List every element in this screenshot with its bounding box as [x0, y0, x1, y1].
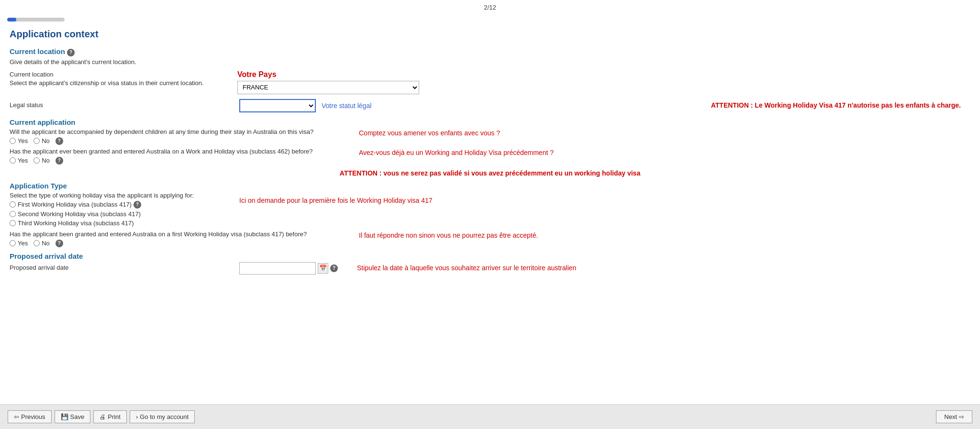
q3-yes-label[interactable]: Yes — [10, 240, 28, 247]
arrival-annotation: Stipulez la date à laquelle vous souhait… — [357, 264, 576, 272]
q1-row: Will the applicant be accompanied by dep… — [10, 128, 970, 145]
app-type-radio-second[interactable] — [10, 211, 16, 217]
arrival-help-icon[interactable]: ? — [330, 264, 338, 272]
app-type-description: Select the type of working holiday visa … — [10, 192, 230, 199]
q1-no-radio[interactable] — [33, 138, 40, 144]
q1-text: Will the applicant be accompanied by dep… — [10, 128, 349, 135]
arrival-date-label: Proposed arrival date — [10, 264, 69, 271]
save-button[interactable]: 💾 Save — [55, 410, 91, 423]
toolbar-left: ⇦ Previous 💾 Save 🖨 Print › Go to my acc… — [8, 410, 195, 423]
q1-no-label[interactable]: No — [33, 137, 50, 144]
app-type-options: First Working Holiday visa (subclass 417… — [10, 201, 230, 227]
app-type-option-3[interactable]: Third Working Holiday visa (subclass 417… — [10, 220, 230, 227]
progress-bar-fill — [7, 18, 16, 22]
current-location-description: Give details of the applicant's current … — [10, 58, 970, 66]
attention-banner: ATTENTION : vous ne serez pas validé si … — [10, 169, 970, 177]
q2-help-icon[interactable]: ? — [56, 157, 63, 165]
section-title-arrival: Proposed arrival date — [10, 252, 970, 260]
q3-row: Has the applicant been granted and enter… — [10, 231, 970, 247]
go-to-account-label: Go to my account — [140, 413, 189, 420]
votre-pays-annotation: Votre Pays — [237, 70, 419, 79]
legal-warning: ATTENTION : Le Working Holiday Visa 417 … — [711, 101, 961, 109]
next-button[interactable]: Next ⇨ — [936, 410, 972, 423]
go-to-account-button[interactable]: › Go to my account — [130, 410, 195, 423]
q3-annotation: Il faut répondre non sinon vous ne pourr… — [359, 231, 538, 239]
app-type-radio-third[interactable] — [10, 220, 16, 226]
next-label: Next — [944, 413, 957, 420]
q1-yes-label[interactable]: Yes — [10, 137, 28, 144]
previous-button[interactable]: ⇦ Previous — [8, 410, 52, 423]
q3-help-icon[interactable]: ? — [56, 240, 63, 247]
calendar-icon[interactable]: 📅 — [318, 263, 328, 274]
app-type-annotation: Ici on demande pour la première fois le … — [239, 192, 970, 204]
page-counter: 2/12 — [484, 4, 496, 11]
q2-annotation: Avez-vous déjà eu un Working and Holiday… — [359, 149, 554, 156]
current-location-help-icon[interactable]: ? — [67, 49, 75, 56]
country-row: Current location Select the applicant's … — [10, 70, 970, 94]
legal-status-annotation: Votre statut légal — [322, 102, 371, 110]
country-label: Current location — [10, 70, 230, 79]
q1-radio-group: Yes No ? — [10, 137, 349, 145]
q3-no-radio[interactable] — [33, 240, 40, 246]
legal-status-row: Legal status Votre statut légal ATTENTIO… — [10, 99, 970, 112]
legal-status-select[interactable] — [239, 99, 316, 112]
q3-text: Has the applicant been granted and enter… — [10, 231, 349, 238]
q3-no-label[interactable]: No — [33, 240, 50, 247]
print-icon: 🖨 — [100, 413, 106, 420]
bottom-toolbar: ⇦ Previous 💾 Save 🖨 Print › Go to my acc… — [0, 404, 980, 429]
legal-status-label: Legal status — [10, 101, 43, 109]
progress-bar-track — [7, 18, 65, 22]
q2-yes-label[interactable]: Yes — [10, 157, 28, 164]
print-label: Print — [108, 413, 121, 420]
app-type-option-2[interactable]: Second Working Holiday visa (subclass 41… — [10, 210, 230, 218]
section-title-app-type: Application Type — [10, 182, 970, 190]
q1-help-icon[interactable]: ? — [56, 137, 63, 145]
q1-annotation: Comptez vous amener vos enfants avec vou… — [359, 129, 500, 137]
app-type-radio-first[interactable] — [10, 201, 16, 208]
section-title-current-application: Current application — [10, 118, 970, 126]
q2-yes-radio[interactable] — [10, 157, 16, 164]
arrival-date-row: Proposed arrival date 📅 ? Stipulez la da… — [10, 262, 970, 275]
q2-radio-group: Yes No ? — [10, 157, 349, 165]
section-title-current-location: Current location ? — [10, 47, 970, 56]
q2-no-label[interactable]: No — [33, 157, 50, 164]
q2-text: Has the applicant ever been granted and … — [10, 148, 349, 155]
save-label: Save — [70, 413, 85, 420]
country-select[interactable]: FRANCE AUSTRALIA UNITED KINGDOM GERMANY … — [237, 81, 419, 94]
app-type-option-1[interactable]: First Working Holiday visa (subclass 417… — [10, 201, 230, 209]
arrival-date-input[interactable] — [239, 262, 316, 275]
prev-arrow-icon: ⇦ — [14, 413, 19, 420]
q2-row: Has the applicant ever been granted and … — [10, 148, 970, 165]
q3-radio-group: Yes No ? — [10, 240, 349, 247]
q2-no-radio[interactable] — [33, 157, 40, 164]
q3-yes-radio[interactable] — [10, 240, 16, 246]
toolbar-right: Next ⇨ — [936, 410, 972, 423]
page-title: Application context — [10, 29, 970, 40]
print-button[interactable]: 🖨 Print — [93, 410, 127, 423]
save-icon: 💾 — [61, 413, 68, 420]
app-type-help-icon[interactable]: ? — [134, 201, 141, 209]
q1-yes-radio[interactable] — [10, 138, 16, 144]
previous-label: Previous — [21, 413, 45, 420]
next-arrow-icon: ⇨ — [959, 413, 964, 420]
app-type-row: Select the type of working holiday visa … — [10, 192, 970, 227]
account-arrow-icon: › — [136, 413, 138, 420]
country-sublabel: Select the applicant's citizenship or vi… — [10, 79, 230, 88]
